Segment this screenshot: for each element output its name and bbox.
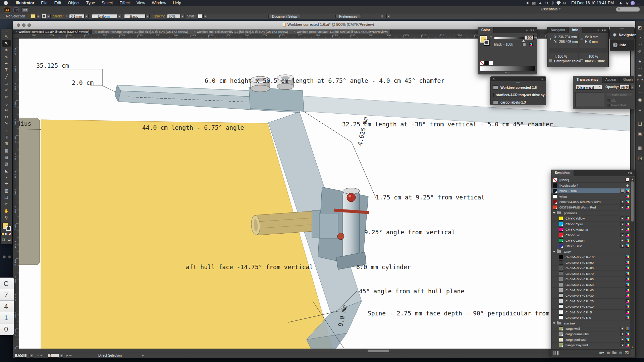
swatch-row[interactable]: C=0 M=0 Y=0 K=100: [551, 254, 631, 260]
swatch-color[interactable]: [559, 315, 563, 320]
c7410-widget[interactable]: C7410: [0, 278, 14, 335]
user-icon[interactable]: ♟: [618, 1, 624, 5]
menu-edit[interactable]: Edit: [51, 0, 65, 6]
picker-item-info[interactable]: iInfo: [610, 40, 634, 50]
swatch-color[interactable]: [553, 183, 557, 188]
stroke-weight-label[interactable]: Stroke:: [53, 14, 64, 18]
notification-center-icon[interactable]: ☰: [636, 1, 641, 5]
panel-menu-icon[interactable]: ▾≡: [628, 171, 635, 175]
collapse-panel-icon[interactable]: »: [541, 77, 546, 81]
triangle-down-icon[interactable]: [553, 251, 555, 252]
gradient-tool[interactable]: ▧: [2, 161, 11, 167]
collapse-panel-icon[interactable]: »: [597, 28, 602, 32]
swatch-color[interactable]: [559, 255, 563, 259]
black-swatch[interactable]: [484, 61, 489, 65]
swatch-row[interactable]: cargo frame ribs: [551, 331, 631, 337]
artboard-tool[interactable]: ❏: [2, 194, 11, 201]
swatch-color[interactable]: [559, 326, 563, 331]
new-color-group-icon[interactable]: [612, 352, 616, 354]
swatch-color[interactable]: [559, 332, 563, 336]
opacity-field[interactable]: 60%: [167, 14, 180, 18]
fill-stroke-indicator[interactable]: [480, 36, 489, 45]
clip-checkbox[interactable]: Clip: [607, 99, 616, 102]
swatch-color[interactable]: [559, 277, 563, 281]
zoom-level-field[interactable]: 500%: [15, 354, 27, 358]
invert-mask-checkbox[interactable]: Invert Mask: [607, 104, 627, 107]
document-tab[interactable]: ×workbee-fuel cell assembly-1.3 [full si…: [191, 29, 291, 34]
scale-tool[interactable]: ⇲: [2, 120, 11, 127]
tab-navigator[interactable]: Navigator: [547, 27, 569, 33]
gradient-mode-button[interactable]: [5, 233, 8, 235]
menu-window[interactable]: Window: [149, 0, 170, 6]
smooth-tool[interactable]: ◡: [2, 100, 11, 107]
color-mode-button[interactable]: [1, 233, 4, 235]
swatch-color[interactable]: [559, 233, 563, 237]
pen-tool[interactable]: ✒: [2, 60, 11, 67]
paintbrush-tool[interactable]: ✐: [2, 87, 11, 94]
swatch-row[interactable]: cargo pod wall: [551, 337, 631, 343]
selection-tool[interactable]: ↖: [2, 33, 11, 40]
siri-icon[interactable]: [631, 1, 635, 5]
horizontal-scrollbar[interactable]: [13, 349, 644, 353]
swatch-row[interactable]: CMYK Magenta: [551, 227, 631, 232]
scroll-down-icon[interactable]: ▼: [630, 346, 634, 349]
rectangle-tool[interactable]: ▭: [2, 80, 11, 87]
overprint-icon[interactable]: ⧉: [381, 14, 383, 18]
symbols-icon[interactable]: ♣: [637, 58, 643, 65]
profile-dropdown-icon[interactable]: ▾: [118, 14, 121, 18]
swatch-row[interactable]: C=0 M=0 Y=0 K=90: [551, 260, 631, 265]
swatch-color[interactable]: [559, 343, 563, 347]
menu-object[interactable]: Object: [64, 0, 83, 6]
gradient-icon[interactable]: ◐: [637, 82, 643, 89]
links-icon[interactable]: ▣: [637, 131, 643, 137]
swatch-row[interactable]: C=0 M=0 Y=0 K=40: [551, 288, 631, 293]
swatch-row[interactable]: C=0 M=0 Y=0 K=70: [551, 271, 631, 276]
new-swatch-icon[interactable]: ⊞: [619, 351, 622, 355]
kuler-icon[interactable]: ◩: [637, 24, 643, 31]
swatch-color[interactable]: [559, 238, 563, 243]
widget-cell-7[interactable]: 7: [0, 289, 14, 301]
swatch-row[interactable]: CMYK red: [551, 232, 631, 238]
menu-effect[interactable]: Effect: [116, 0, 133, 6]
panel-menu-icon[interactable]: ▾≡: [602, 28, 608, 32]
lasso-tool[interactable]: ∿: [2, 53, 11, 60]
pencil-tool[interactable]: ✏: [2, 94, 11, 100]
zoom-tool[interactable]: ⚲: [2, 214, 11, 221]
tab-color[interactable]: Color: [478, 27, 494, 33]
swatch-row[interactable]: C=0 M=0 Y=0 K=50: [551, 282, 631, 287]
eyedropper-tool[interactable]: ◣: [2, 167, 11, 174]
fill-swatch[interactable]: [31, 14, 35, 18]
swatch-row[interactable]: C=0 M=0 Y=0 K=5: [551, 310, 631, 315]
swatch-group-row[interactable]: Gray: [551, 249, 631, 254]
widget-cell-c[interactable]: C: [0, 278, 14, 289]
swatch-row[interactable]: C=0 M=0 Y=0 K=20: [551, 299, 631, 304]
swatch-color[interactable]: [553, 200, 557, 204]
line-segment-tool[interactable]: ╱: [2, 73, 11, 80]
appearance-icon[interactable]: ❏: [637, 121, 643, 127]
stroke-panel-icon[interactable]: ≡: [637, 107, 643, 113]
swatch-options-icon[interactable]: ▤: [607, 351, 610, 355]
first-artboard-icon[interactable]: ⏮ ◀: [37, 354, 43, 358]
rotate-tool[interactable]: ↻: [2, 114, 11, 120]
swatch-row[interactable]: RCS housing yellow - PMS: [551, 348, 631, 349]
collapse-panel-icon[interactable]: »: [526, 28, 530, 32]
swatch-color[interactable]: [553, 178, 557, 182]
swatch-color[interactable]: [559, 304, 563, 309]
tab-swatches[interactable]: Swatches: [551, 170, 574, 176]
document-item[interactable]: Workbee-corrected-1.6: [491, 84, 546, 91]
blend-tool[interactable]: ◑: [2, 174, 11, 181]
stroke-dropdown-icon[interactable]: ▾: [47, 14, 51, 18]
swatch-group-row[interactable]: primaries: [551, 210, 631, 216]
magic-wand-tool[interactable]: ✶: [2, 47, 11, 53]
scrollbar-thumb[interactable]: [368, 350, 389, 352]
menu-illustrator[interactable]: Illustrator: [12, 0, 38, 6]
fill-dropdown-icon[interactable]: ▾: [36, 14, 40, 18]
screen-mode-icon[interactable]: ⬓: [7, 237, 12, 242]
status-expand-icon[interactable]: ▶: [142, 354, 144, 358]
white-swatch[interactable]: [489, 61, 493, 65]
symbol-sprayer-tool[interactable]: ☂: [2, 181, 11, 187]
graphic-styles-icon[interactable]: ◳: [637, 155, 643, 162]
preferences-button[interactable]: Preferences: [335, 14, 361, 18]
swatch-row[interactable]: C=0 M=0 Y=0 K=10: [551, 304, 631, 309]
swatch-group-row[interactable]: star trek: [551, 320, 631, 326]
